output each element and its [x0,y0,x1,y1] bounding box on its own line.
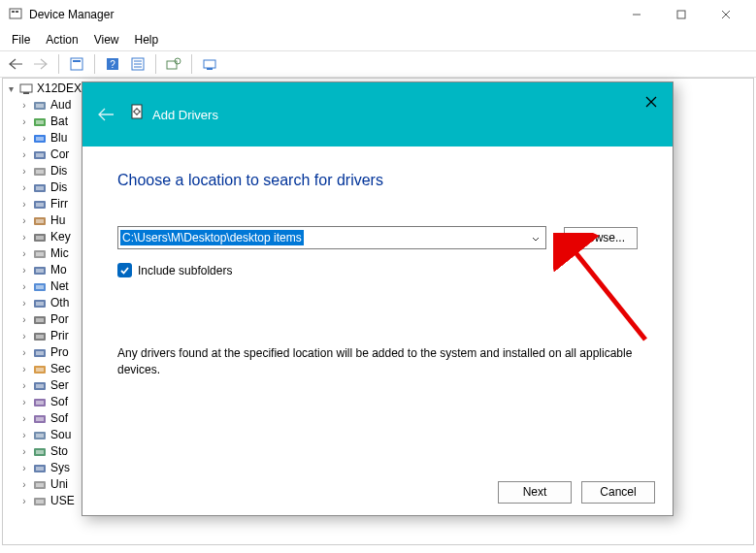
tree-item-label: Sof [50,410,68,427]
svg-rect-44 [36,285,44,289]
tree-item-label: Dis [50,163,67,179]
svg-rect-19 [20,84,32,92]
next-button[interactable]: Next [498,481,572,504]
svg-rect-38 [36,236,44,240]
add-driver-button[interactable] [198,52,221,76]
dialog-title: Add Drivers [152,108,218,122]
dialog-note: Any drivers found at the specified locat… [117,345,638,378]
scan-hardware-button[interactable] [162,52,185,76]
tree-item-label: Prir [50,328,69,344]
svg-text:?: ? [110,59,115,70]
svg-rect-17 [204,60,215,68]
device-icon [32,279,48,295]
device-icon [32,296,48,311]
include-subfolders-checkbox[interactable] [117,263,132,277]
svg-rect-0 [10,9,21,18]
tree-item-label: Mic [50,245,69,262]
device-icon [32,378,48,394]
tree-item-label: Sec [50,361,71,377]
tree-item-label: Firr [50,196,68,212]
tree-item-label: Bat [50,114,68,130]
title-bar: Device Manager [0,0,756,29]
cancel-button[interactable]: Cancel [581,481,655,504]
close-button[interactable] [704,0,748,29]
tree-item-label: Uni [50,476,68,493]
svg-rect-18 [207,68,213,70]
tree-item-label: Dis [50,179,67,196]
tree-item-label: Key [50,229,71,245]
tree-item-label: USE [50,493,75,509]
svg-rect-70 [36,500,44,504]
menu-file[interactable]: File [4,31,38,49]
tree-item-label: Ser [50,377,69,394]
dialog-heading: Choose a location to search for drivers [117,172,638,189]
device-icon [32,395,48,410]
add-drivers-dialog: Add Drivers Choose a location to search … [82,81,674,516]
tree-item-label: Hu [50,212,65,229]
device-icon [32,494,48,509]
svg-rect-28 [36,153,44,157]
menu-action[interactable]: Action [38,31,85,49]
svg-rect-56 [36,384,44,388]
device-icon [32,147,48,163]
svg-rect-52 [36,351,44,355]
svg-rect-54 [36,368,44,372]
chevron-down-icon [532,233,540,244]
device-icon [32,312,48,328]
menu-help[interactable]: Help [127,31,167,49]
svg-rect-50 [36,335,44,339]
svg-rect-60 [36,417,44,421]
maximize-button[interactable] [659,0,704,29]
separator [58,54,59,74]
dialog-header: Add Drivers [82,82,673,146]
path-combobox[interactable]: C:\Users\M\Desktop\desktop items [117,226,546,249]
svg-rect-22 [36,104,44,108]
device-icon [32,263,48,278]
svg-rect-30 [36,170,44,174]
device-icon [32,180,48,196]
svg-rect-62 [36,434,44,438]
svg-rect-46 [36,302,44,306]
svg-rect-64 [36,450,44,454]
tree-item-label: Oth [50,295,69,311]
properties-button[interactable] [126,52,149,76]
app-icon [8,7,23,22]
device-icon [32,114,48,130]
separator [94,54,95,74]
svg-rect-20 [23,92,29,94]
forward-button[interactable] [29,52,52,76]
separator [155,54,156,74]
device-icon [32,164,48,179]
menu-bar: File Action View Help [0,29,756,50]
toolbar: ? [0,50,756,78]
tree-item-label: Sys [50,460,70,476]
tree-item-label: Sof [50,394,68,410]
tree-item-label: Blu [50,130,67,146]
browse-button[interactable]: Browse... [564,227,638,249]
svg-rect-7 [71,58,82,70]
svg-rect-1 [12,11,15,13]
dialog-back-button[interactable] [96,105,115,124]
svg-rect-24 [36,120,44,124]
minimize-button[interactable] [614,0,659,29]
tree-item-label: Sou [50,427,71,443]
svg-rect-66 [36,467,44,471]
help-button[interactable]: ? [101,52,124,76]
tree-item-label: Cor [50,146,69,163]
tree-item-label: Net [50,278,69,295]
tree-item-label: Aud [50,97,71,114]
device-icon [32,131,48,146]
include-subfolders-label: Include subfolders [138,264,232,277]
device-icon [32,345,48,361]
tree-item-label: Mo [50,262,67,278]
device-icon [32,197,48,212]
path-value: C:\Users\M\Desktop\desktop items [120,230,304,245]
show-hide-tree-button[interactable] [65,52,88,76]
svg-rect-68 [36,483,44,487]
device-icon [32,411,48,427]
separator [191,54,192,74]
dialog-close-button[interactable] [640,90,663,114]
device-icon [32,329,48,344]
menu-view[interactable]: View [86,31,127,49]
back-button[interactable] [4,52,27,76]
